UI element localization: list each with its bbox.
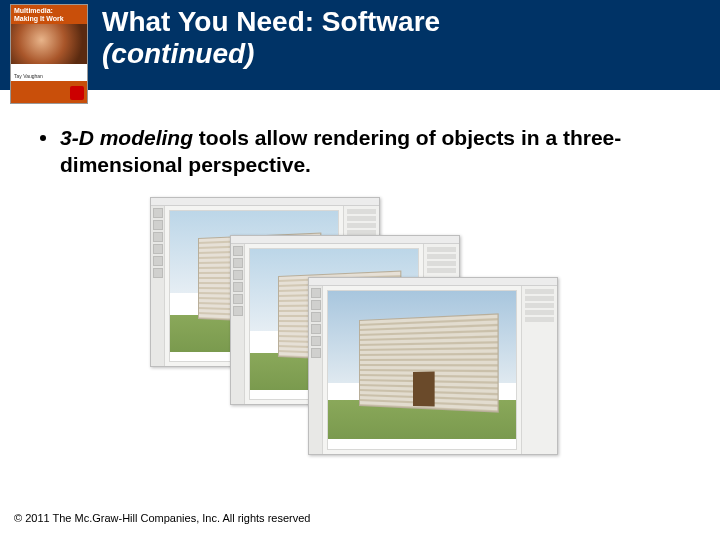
panel-row xyxy=(427,268,456,273)
tool-button-icon xyxy=(233,294,243,304)
tool-button-icon xyxy=(233,306,243,316)
book-cover-thumbnail: Multimedia: Making It Work Tay Vaughan xyxy=(10,4,88,104)
tool-palette xyxy=(151,206,165,366)
panel-row xyxy=(427,247,456,252)
tool-button-icon xyxy=(153,232,163,242)
bullet-icon xyxy=(40,135,46,141)
panel-row xyxy=(347,223,376,228)
tool-palette xyxy=(231,244,245,404)
window-menubar xyxy=(309,278,557,286)
panel-row xyxy=(525,296,554,301)
panel-row xyxy=(347,216,376,221)
panel-row xyxy=(525,289,554,294)
window-menubar xyxy=(231,236,459,244)
modeling-window-3 xyxy=(308,277,558,455)
viewport-canvas xyxy=(327,290,517,450)
tool-button-icon xyxy=(311,300,321,310)
book-subtitle-text: Making It Work xyxy=(14,15,64,22)
bullet-emphasis: 3-D modeling xyxy=(60,126,193,149)
tool-button-icon xyxy=(311,324,321,334)
book-series-text: Multimedia: xyxy=(14,7,53,14)
tool-button-icon xyxy=(153,268,163,278)
properties-panel xyxy=(521,286,557,454)
scene-door xyxy=(413,371,435,405)
slide-subtitle: (continued) xyxy=(102,38,440,70)
tool-button-icon xyxy=(153,244,163,254)
tool-button-icon xyxy=(311,312,321,322)
copyright-footer: © 2011 The Mc.Graw-Hill Companies, Inc. … xyxy=(14,512,310,524)
panel-row xyxy=(427,261,456,266)
panel-row xyxy=(427,254,456,259)
panel-row xyxy=(525,310,554,315)
bullet-text: 3-D modeling tools allow rendering of ob… xyxy=(60,124,680,179)
tool-button-icon xyxy=(153,220,163,230)
tool-button-icon xyxy=(153,208,163,218)
tool-button-icon xyxy=(311,348,321,358)
panel-row xyxy=(525,317,554,322)
slide-title: What You Need: Software xyxy=(102,6,440,38)
title-block: What You Need: Software (continued) xyxy=(88,0,450,70)
tool-button-icon xyxy=(233,258,243,268)
book-author: Tay Vaughan xyxy=(14,73,43,79)
tool-button-icon xyxy=(153,256,163,266)
panel-row xyxy=(347,209,376,214)
book-cover-title: Multimedia: Making It Work xyxy=(11,5,87,24)
panel-row xyxy=(525,303,554,308)
tool-button-icon xyxy=(233,270,243,280)
tool-button-icon xyxy=(233,282,243,292)
slide-content: 3-D modeling tools allow rendering of ob… xyxy=(0,90,720,457)
window-menubar xyxy=(151,198,379,206)
tool-button-icon xyxy=(311,336,321,346)
tool-palette xyxy=(309,286,323,454)
book-cover-art xyxy=(11,24,87,64)
figure-cascaded-windows xyxy=(150,197,570,457)
scene-building xyxy=(343,310,501,440)
publisher-badge-icon xyxy=(70,86,84,100)
tool-button-icon xyxy=(311,288,321,298)
slide-header: Multimedia: Making It Work Tay Vaughan W… xyxy=(0,0,720,90)
tool-button-icon xyxy=(233,246,243,256)
bullet-item: 3-D modeling tools allow rendering of ob… xyxy=(40,124,680,179)
